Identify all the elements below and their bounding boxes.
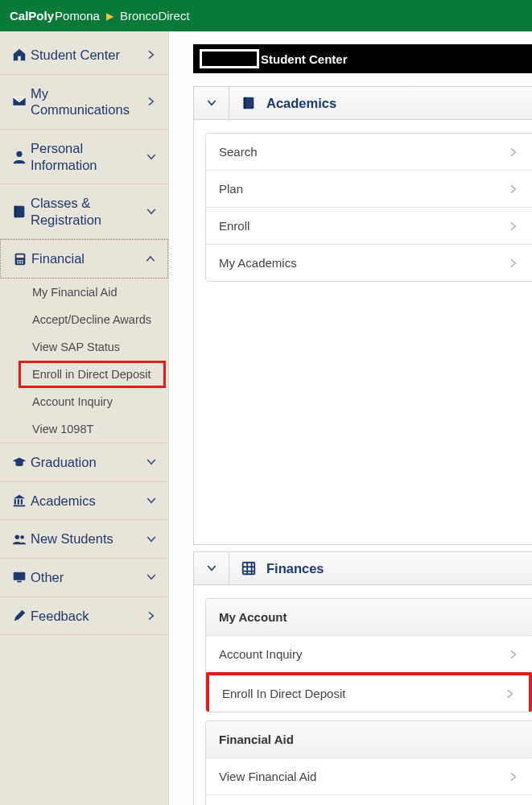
panel-title: Finances <box>266 561 324 576</box>
sidebar-item-new-students[interactable]: New Students <box>0 520 168 559</box>
list-item-search[interactable]: Search <box>206 134 532 171</box>
chevron-right-icon <box>508 258 519 269</box>
list-item-account-inquiry[interactable]: Account Inquiry <box>206 636 532 673</box>
panel-title: Academics <box>266 96 336 111</box>
user-icon <box>10 149 29 165</box>
chevron-right-icon <box>508 184 519 195</box>
people-icon <box>10 531 29 547</box>
pencil-icon <box>10 608 29 624</box>
sidebar-item-personal-information[interactable]: Personal Information <box>0 130 168 184</box>
academics-panel: Academics Search Plan Enroll My Academic… <box>193 86 532 545</box>
chevron-right-icon <box>146 96 160 107</box>
book-icon <box>10 204 29 220</box>
grid-icon <box>241 560 257 576</box>
graduation-cap-icon <box>10 454 29 470</box>
sidebar-subitem-view-1098t[interactable]: View 1098T <box>0 415 168 443</box>
financial-aid-list: Financial Aid View Financial Aid Accept/… <box>205 720 532 805</box>
sidebar-item-feedback[interactable]: Feedback <box>0 597 168 636</box>
chevron-right-icon <box>508 649 519 660</box>
sidebar-item-other[interactable]: Other <box>0 559 168 597</box>
book-icon <box>241 95 257 111</box>
sidebar-subitem-my-financial-aid[interactable]: My Financial Aid <box>0 279 168 306</box>
academics-panel-header[interactable]: Academics <box>194 87 532 120</box>
brand-bold: CalPoly <box>10 9 54 23</box>
chevron-down-icon <box>146 206 160 217</box>
chevron-down-icon <box>146 572 160 583</box>
finances-panel-header[interactable]: Finances <box>194 552 532 585</box>
sidebar-item-label: Other <box>29 569 146 586</box>
brand-light: Pomona <box>55 9 100 23</box>
sidebar-item-label: Personal Information <box>29 140 146 173</box>
list-item-label: Plan <box>219 182 243 196</box>
breadcrumb[interactable]: BroncoDirect <box>120 9 190 23</box>
list-item-label: My Academics <box>219 256 297 270</box>
chevron-right-icon <box>508 771 519 782</box>
bank-icon <box>10 493 29 509</box>
list-item-enroll[interactable]: Enroll <box>206 208 532 245</box>
sidebar-item-label: Financial <box>30 250 145 267</box>
mail-icon <box>10 93 29 109</box>
list-item-plan[interactable]: Plan <box>206 171 532 208</box>
chevron-down-icon <box>146 495 160 506</box>
list-item-accept-decline-awards[interactable]: Accept/Decline Awards <box>206 795 532 805</box>
calculator-icon <box>10 251 30 267</box>
chevron-right-icon <box>505 688 516 700</box>
academics-list: Search Plan Enroll My Academics <box>205 133 532 282</box>
sidebar-item-label: My Communications <box>29 85 146 118</box>
list-item-label: Search <box>219 145 258 159</box>
redacted-name-box <box>200 49 259 68</box>
chevron-right-icon <box>146 610 160 621</box>
list-item-label: View Financial Aid <box>219 770 316 783</box>
list-item-label: Enroll <box>219 219 250 233</box>
list-item-enroll-direct-deposit[interactable]: Enroll In Direct Deposit <box>206 672 532 712</box>
group-header-my-account: My Account <box>206 599 532 636</box>
sidebar-subitem-view-sap[interactable]: View SAP Status <box>0 333 168 361</box>
sidebar-subitem-accept-decline[interactable]: Accept/Decline Awards <box>0 306 168 333</box>
collapse-toggle[interactable] <box>194 87 229 119</box>
chevron-right-icon <box>146 49 160 60</box>
monitor-icon <box>10 569 29 585</box>
sidebar-submenu-financial: My Financial Aid Accept/Decline Awards V… <box>0 279 168 443</box>
my-account-list: My Account Account Inquiry Enroll In Dir… <box>205 598 532 712</box>
list-item-label: Account Inquiry <box>219 647 302 661</box>
sidebar-item-graduation[interactable]: Graduation <box>0 443 168 482</box>
chevron-right-icon <box>508 221 519 232</box>
sidebar-item-financial[interactable]: Financial <box>0 239 168 279</box>
chevron-up-icon <box>145 254 159 265</box>
sidebar-subitem-account-inquiry[interactable]: Account Inquiry <box>0 388 168 415</box>
sidebar-item-label: New Students <box>29 530 146 547</box>
finances-panel: Finances My Account Account Inquiry Enro… <box>193 551 532 805</box>
page-title-bar: Student Center <box>193 44 532 73</box>
sidebar: Student Center My Communications Persona… <box>0 31 169 805</box>
sidebar-item-student-center[interactable]: Student Center <box>0 36 168 75</box>
sidebar-item-label: Graduation <box>29 454 146 471</box>
sidebar-item-label: Academics <box>29 493 146 510</box>
chevron-down-icon <box>146 151 160 163</box>
sidebar-item-label: Classes & Registration <box>29 195 146 228</box>
sidebar-item-academics[interactable]: Academics <box>0 482 168 521</box>
sidebar-item-my-communications[interactable]: My Communications <box>0 75 168 130</box>
sidebar-item-classes-registration[interactable]: Classes & Registration <box>0 184 168 239</box>
chevron-right-icon <box>508 147 519 158</box>
sidebar-subitem-enroll-direct-deposit[interactable]: Enroll in Direct Deposit <box>19 361 166 388</box>
home-icon <box>10 47 29 63</box>
group-header-financial-aid: Financial Aid <box>206 721 532 758</box>
page-title: Student Center <box>261 52 348 66</box>
list-item-label: Enroll In Direct Deposit <box>222 687 345 700</box>
sidebar-item-label: Student Center <box>29 47 146 64</box>
list-item-my-academics[interactable]: My Academics <box>206 245 532 281</box>
sidebar-item-label: Feedback <box>29 608 146 625</box>
content-area: Student Center Academics Search Plan Enr… <box>169 31 532 805</box>
top-header-bar: CalPolyPomona ▶ BroncoDirect <box>0 0 532 31</box>
list-item-view-financial-aid[interactable]: View Financial Aid <box>206 758 532 795</box>
chevron-down-icon <box>146 534 160 545</box>
breadcrumb-separator-icon: ▶ <box>106 10 113 22</box>
collapse-toggle[interactable] <box>194 552 229 584</box>
chevron-down-icon <box>146 456 160 468</box>
